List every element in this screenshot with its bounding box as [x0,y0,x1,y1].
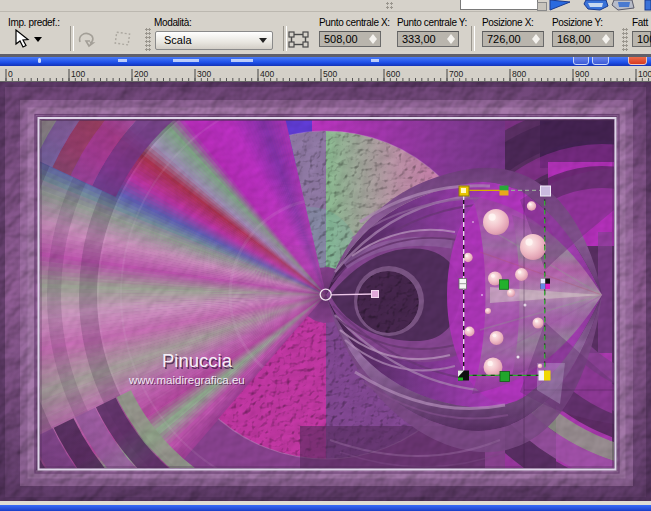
svg-text:100: 100 [71,69,85,79]
svg-text:800: 800 [512,69,526,79]
svg-text:400: 400 [260,69,274,79]
svg-text:600: 600 [386,69,400,79]
svg-text:900: 900 [575,69,589,79]
svg-text:www.maidiregrafica.eu: www.maidiregrafica.eu [128,374,245,386]
svg-text:0: 0 [8,69,13,79]
svg-text:200: 200 [134,69,148,79]
svg-text:500: 500 [323,69,337,79]
svg-text:300: 300 [197,69,211,79]
svg-text:700: 700 [449,69,463,79]
svg-text:Pinuccia: Pinuccia [162,350,233,371]
svg-text:1000: 1000 [638,69,651,79]
